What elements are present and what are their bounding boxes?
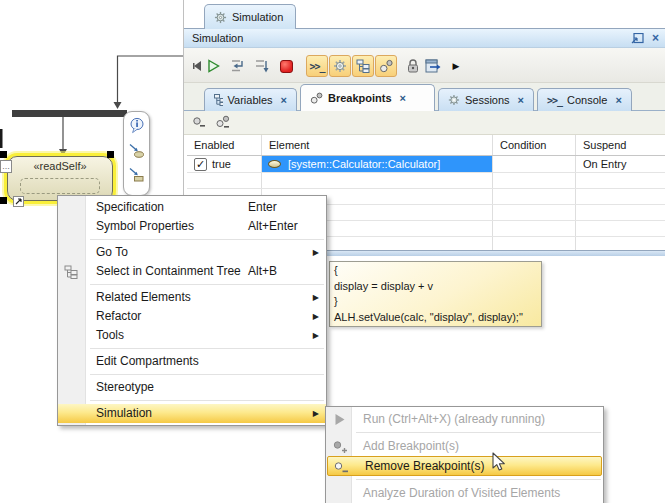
tab-label: Variables: [228, 94, 273, 106]
variables-tree-icon: [214, 94, 223, 106]
resume-button[interactable]: [203, 56, 223, 76]
enabled-checkbox[interactable]: ✓: [194, 158, 207, 171]
checkmark-icon: ✓: [196, 158, 205, 171]
overflow-arrow-icon: ▶: [453, 61, 460, 71]
menu-item-refactor[interactable]: Refactor ▶: [58, 307, 326, 326]
tab-variables[interactable]: Variables ×: [204, 88, 297, 111]
tab-close-icon[interactable]: ×: [615, 94, 621, 106]
panel-tabs: Variables × Breakpoints × Sessions × >>_…: [184, 83, 665, 111]
diagonal-arrow-icon: [15, 198, 22, 205]
console-tab-icon: >>_: [547, 95, 562, 106]
shortcut-label: Enter: [248, 198, 277, 217]
menu-separator: [90, 348, 324, 349]
menu-item-select-in-containment-tree[interactable]: Select in Containment Tree Alt+B: [58, 262, 326, 281]
opaque-behavior-tooltip: { display = display + v } ALH.setValue(c…: [329, 261, 542, 327]
play-icon: [207, 59, 220, 73]
window-tab-label: Simulation: [232, 11, 283, 23]
node-stereotype-label: «readSelf»: [8, 160, 112, 172]
switch-window-icon: [425, 59, 441, 74]
stop-button[interactable]: [276, 56, 296, 76]
menu-separator: [90, 284, 324, 285]
link-to-action-icon[interactable]: [128, 143, 145, 158]
tab-breakpoints[interactable]: Breakpoints ×: [300, 84, 435, 111]
node-pin-compartment: [20, 178, 100, 194]
submenu-item-remove-breakpoint[interactable]: Remove Breakpoint(s): [327, 456, 602, 476]
clipped-edge: [0, 129, 3, 148]
step-into-button[interactable]: [227, 56, 247, 76]
menu-separator: [356, 432, 601, 433]
submenu-item-add-breakpoint[interactable]: Add Breakpoint(s): [326, 436, 603, 456]
menu-item-specification[interactable]: Specification Enter: [58, 198, 326, 217]
submenu-arrow-icon: ▶: [313, 326, 319, 345]
breakpoint-row[interactable]: ✓ true [system::Calculator::Calculator] …: [187, 156, 665, 173]
menu-item-tools[interactable]: Tools ▶: [58, 326, 326, 345]
lock-button[interactable]: [403, 56, 423, 76]
selection-handle[interactable]: [107, 151, 114, 158]
stop-icon: [280, 60, 293, 73]
info-balloon-icon[interactable]: [129, 117, 145, 134]
menu-item-simulation[interactable]: Simulation ▶: [58, 404, 326, 423]
toggle-breakpoints-button[interactable]: [375, 55, 397, 77]
containment-tree-icon: [356, 59, 370, 73]
menu-separator: [356, 479, 601, 480]
column-header-condition[interactable]: Condition: [493, 135, 576, 155]
breakpoints-tab-icon: [310, 92, 323, 104]
tab-close-icon[interactable]: ×: [518, 94, 524, 106]
float-window-icon[interactable]: [631, 33, 644, 44]
tab-close-icon[interactable]: ×: [281, 94, 287, 106]
run-icon: [334, 413, 346, 426]
context-menu: Specification Enter Symbol Properties Al…: [57, 195, 327, 426]
menu-item-related-elements[interactable]: Related Elements ▶: [58, 288, 326, 307]
column-header-suspend[interactable]: Suspend: [576, 135, 665, 155]
menu-item-go-to[interactable]: Go To ▶: [58, 243, 326, 262]
node-more-button[interactable]: …: [0, 160, 12, 173]
window-tab-strip: Simulation: [184, 0, 665, 29]
column-header-enabled[interactable]: Enabled: [187, 135, 262, 155]
remove-breakpoint-icon: [333, 460, 348, 475]
breakpoints-icon: [379, 59, 394, 73]
remove-breakpoint-icon[interactable]: [192, 115, 207, 130]
enabled-cell: ✓ true: [187, 156, 262, 172]
panel-header: Simulation ×: [184, 29, 665, 48]
tab-sessions[interactable]: Sessions ×: [438, 88, 534, 111]
step-into-icon: [229, 59, 245, 73]
tab-label: Console: [567, 94, 607, 106]
tab-console[interactable]: >>_ Console ×: [537, 88, 632, 111]
selection-handle[interactable]: [0, 151, 7, 158]
toggle-sessions-button[interactable]: [329, 55, 351, 77]
step-over-button[interactable]: [251, 56, 271, 76]
open-in-new-window-button[interactable]: [423, 56, 443, 76]
fork-join-bar: [12, 110, 127, 117]
simulation-submenu: Run (Ctrl+Alt+X) (already running) Add B…: [325, 406, 604, 503]
sessions-gear-icon: [448, 94, 460, 106]
menu-item-edit-compartments[interactable]: Edit Compartments: [58, 352, 326, 371]
tab-label: Breakpoints: [328, 92, 392, 104]
simulation-window-tab[interactable]: Simulation: [204, 4, 296, 29]
action-element-icon: [268, 160, 281, 168]
shortcut-label: Alt+Enter: [248, 217, 298, 236]
selection-handle[interactable]: [0, 197, 7, 204]
link-to-pin-icon[interactable]: [128, 167, 145, 182]
smart-manipulator-toolbar: [123, 111, 150, 196]
element-cell-selected[interactable]: [system::Calculator::Calculator]: [262, 156, 493, 172]
menu-separator: [90, 239, 324, 240]
column-header-element[interactable]: Element: [262, 135, 493, 155]
gear-icon: [333, 59, 347, 73]
submenu-arrow-icon: ▶: [313, 243, 319, 262]
enabled-value: true: [212, 158, 231, 170]
suspend-cell[interactable]: On Entry: [576, 156, 665, 172]
toggle-console-button[interactable]: >>_: [306, 55, 328, 77]
submenu-item-analyze-duration[interactable]: Analyze Duration of Visited Elements: [326, 483, 603, 503]
menu-item-symbol-properties[interactable]: Symbol Properties Alt+Enter: [58, 217, 326, 236]
condition-cell[interactable]: [493, 156, 576, 172]
toggle-variables-button[interactable]: [352, 55, 374, 77]
toolbar-overflow-button[interactable]: ▶: [450, 56, 462, 76]
shortcut-label: Alt+B: [248, 262, 277, 281]
node-resize-handle[interactable]: [13, 196, 24, 207]
menu-item-stereotype[interactable]: Stereotype: [58, 378, 326, 397]
close-icon[interactable]: ×: [652, 31, 659, 45]
submenu-item-run[interactable]: Run (Ctrl+Alt+X) (already running): [326, 409, 603, 429]
remove-all-breakpoints-icon[interactable]: [215, 115, 232, 130]
tab-close-icon[interactable]: ×: [400, 92, 406, 104]
menu-separator: [90, 400, 324, 401]
